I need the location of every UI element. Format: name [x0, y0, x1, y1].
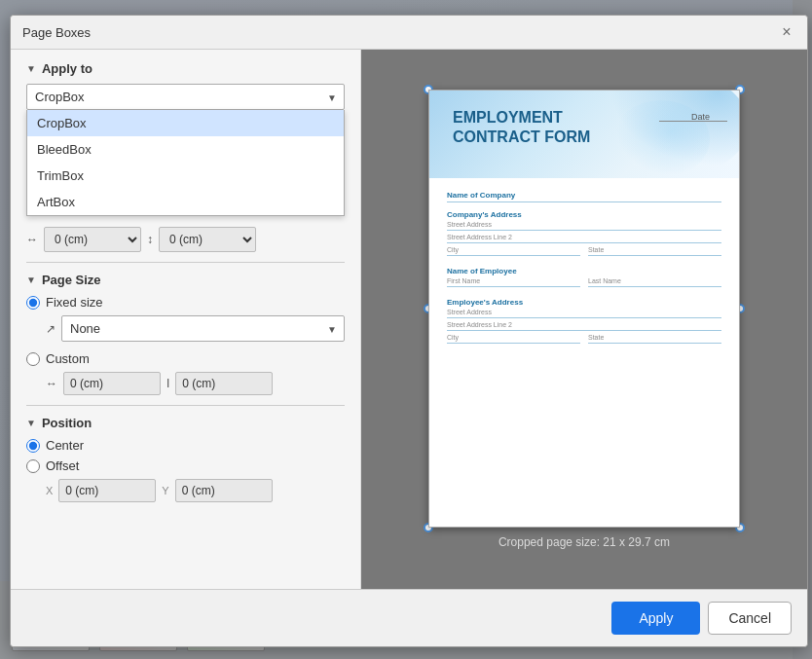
apply-to-dropdown-wrapper[interactable]: CropBox ▼ CropBox BleedBox TrimBox ArtBo…: [26, 84, 345, 110]
company-name-line: [447, 201, 721, 202]
state-col: State: [588, 246, 721, 259]
offset-radio[interactable]: [26, 459, 40, 473]
doc-title-line2: CONTRACT FORM: [453, 128, 590, 147]
offset-inputs-row: X Y: [26, 479, 345, 502]
resize-icon: ↗: [46, 322, 55, 336]
doc-title: EMPLOYMENT CONTRACT FORM: [453, 108, 590, 147]
page-size-section-header: ▼ Page Size: [26, 273, 345, 287]
dialog-footer: Apply Cancel: [11, 589, 807, 646]
first-name-text: First Name: [447, 277, 580, 284]
custom-row[interactable]: Custom: [26, 351, 345, 366]
emp-city-line: [447, 343, 580, 344]
custom-height-input[interactable]: [175, 372, 273, 395]
city-col: City: [447, 246, 580, 259]
fixed-size-row[interactable]: Fixed size: [26, 295, 345, 310]
y-label: Y: [162, 485, 168, 496]
center-row[interactable]: Center: [26, 438, 345, 453]
cancel-button[interactable]: Cancel: [708, 602, 792, 635]
document-preview: EMPLOYMENT CONTRACT FORM Date Name of Co…: [428, 90, 740, 528]
street-address2-text: Street Address Line 2: [447, 234, 721, 240]
city-state-row: City State: [447, 246, 721, 259]
page-size-info: Cropped page size: 21 x 29.7 cm: [498, 535, 670, 549]
right-margin-input[interactable]: 0 (cm): [159, 227, 256, 252]
emp-city-text: City: [447, 334, 580, 341]
fixed-size-radio[interactable]: [26, 296, 40, 310]
apply-to-arrow: ▼: [26, 63, 36, 74]
company-address-label: Company's Address: [447, 210, 721, 219]
left-margin-input[interactable]: 0 (cm): [44, 227, 141, 252]
apply-to-section-header: ▼ Apply to: [26, 61, 345, 76]
page-size-label: Page Size: [42, 273, 101, 287]
last-name-line: [588, 286, 721, 287]
employee-name-label: Name of Employee: [447, 267, 721, 275]
emp-street2-text: Street Address Line 2: [447, 321, 721, 328]
fixed-size-dropdown-wrapper[interactable]: None ▼: [61, 315, 345, 342]
emp-state-col: State: [588, 334, 721, 347]
document-wrapper: EMPLOYMENT CONTRACT FORM Date Name of Co…: [428, 90, 740, 528]
horizontal-margin-icon: ↔: [26, 233, 38, 246]
emp-street-text: Street Address: [447, 309, 721, 315]
state-line: [588, 255, 721, 256]
position-section-header: ▼ Position: [26, 416, 345, 430]
offset-row[interactable]: Offset: [26, 458, 345, 473]
fixed-size-label: Fixed size: [46, 295, 103, 310]
preview-container: EMPLOYMENT CONTRACT FORM Date Name of Co…: [428, 90, 740, 549]
last-name-text: Last Name: [588, 277, 721, 284]
dropdown-item-trimbox[interactable]: TrimBox: [27, 163, 344, 189]
emp-city-col: City: [447, 334, 580, 347]
close-button[interactable]: ×: [778, 23, 795, 41]
offset-y-input[interactable]: [175, 479, 273, 502]
first-name-col: First Name: [447, 277, 580, 290]
right-preview-panel: EMPLOYMENT CONTRACT FORM Date Name of Co…: [361, 50, 807, 589]
custom-inputs-row: ↔ I: [26, 372, 345, 395]
custom-width-input[interactable]: [63, 372, 161, 395]
offset-x-input[interactable]: [58, 479, 156, 502]
emp-state-line: [588, 343, 721, 344]
street-line-2: [447, 242, 721, 243]
dialog-header: Page Boxes ×: [11, 16, 807, 50]
last-name-col: Last Name: [588, 277, 721, 290]
doc-title-line1: EMPLOYMENT: [453, 108, 590, 128]
center-radio[interactable]: [26, 439, 40, 453]
position-arrow: ▼: [26, 418, 36, 428]
custom-radio[interactable]: [26, 352, 40, 366]
street-line-1: [447, 230, 721, 231]
left-panel: ▼ Apply to CropBox ▼ CropBox BleedBox Tr…: [11, 50, 361, 589]
divider-2: [26, 405, 345, 406]
emp-city-state-row: City State: [447, 334, 721, 347]
divider-1: [26, 262, 345, 263]
fixed-size-select[interactable]: None: [61, 315, 345, 342]
dialog-title: Page Boxes: [22, 25, 91, 40]
position-label: Position: [42, 416, 92, 430]
apply-to-label: Apply to: [42, 61, 92, 76]
dropdown-open-list: CropBox BleedBox TrimBox ArtBox: [26, 110, 345, 216]
dropdown-item-artbox[interactable]: ArtBox: [27, 189, 344, 215]
company-name-label: Name of Company: [447, 191, 721, 200]
apply-button[interactable]: Apply: [611, 602, 700, 635]
margin-input-row: ↔ 0 (cm) ↕ 0 (cm): [26, 227, 345, 252]
center-label: Center: [46, 438, 84, 453]
street-address-text: Street Address: [447, 221, 721, 228]
width-icon: ↔: [46, 377, 57, 390]
doc-date-line: [659, 121, 727, 122]
dropdown-item-cropbox[interactable]: CropBox: [27, 110, 344, 136]
custom-label: Custom: [46, 351, 90, 366]
page-boxes-dialog: Page Boxes × ▼ Apply to CropBox ▼ CropBo…: [10, 15, 808, 647]
apply-to-select[interactable]: CropBox: [26, 84, 345, 110]
offset-label: Offset: [46, 458, 79, 473]
emp-street-line2: [447, 330, 721, 331]
doc-content: Name of Company Company's Address Street…: [429, 183, 739, 347]
page-size-arrow: ▼: [26, 275, 36, 285]
vertical-margin-icon: ↕: [147, 233, 153, 246]
employee-address-label: Employee's Address: [447, 298, 721, 307]
fixed-size-select-row: ↗ None ▼: [26, 315, 345, 342]
emp-street-line1: [447, 317, 721, 318]
first-name-line: [447, 286, 580, 287]
dropdown-item-bleedbox[interactable]: BleedBox: [27, 136, 344, 163]
city-text: City: [447, 246, 580, 253]
dialog-body: ▼ Apply to CropBox ▼ CropBox BleedBox Tr…: [11, 50, 807, 589]
city-line: [447, 255, 580, 256]
x-label: X: [46, 485, 53, 496]
emp-state-text: State: [588, 334, 721, 341]
height-icon: I: [166, 377, 169, 390]
